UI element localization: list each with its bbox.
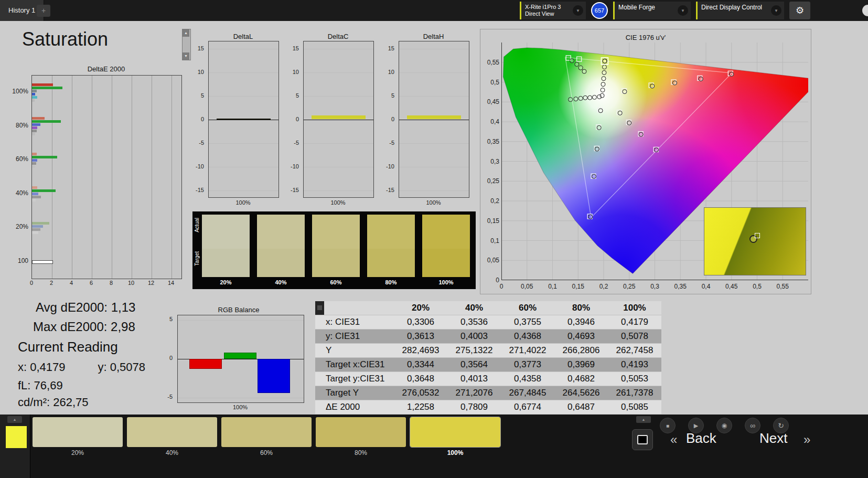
add-tab-button[interactable]: + <box>37 5 50 17</box>
back-button[interactable]: Back <box>686 430 716 447</box>
scroll-down-icon[interactable]: ▼ <box>183 52 189 60</box>
measured-point <box>623 90 627 94</box>
display-window-button[interactable] <box>632 429 653 450</box>
mini-gridline <box>304 72 373 73</box>
deltae-ytick: 20% <box>16 223 28 230</box>
cie-ytick: 0,25 <box>481 177 499 185</box>
cie-ytick: 0,05 <box>481 257 499 264</box>
rgb-bar-green <box>224 353 256 359</box>
record-icon[interactable]: ◉ <box>716 418 732 433</box>
table-cell: 0,5078 <box>608 331 661 342</box>
measured-point <box>570 59 574 63</box>
cie-ytick: 0,3 <box>481 158 499 165</box>
swatch-label: 20% <box>202 279 250 285</box>
patch-60%[interactable] <box>221 417 312 447</box>
mini-ylabels: 151050-5-10-15 <box>380 41 397 197</box>
deltae-bar <box>32 153 37 155</box>
max-de2000: Max dE2000: 2,98 <box>33 320 135 334</box>
table-row-label: ΔE 2000 <box>315 402 394 412</box>
table-header-cell: 80% <box>554 303 608 313</box>
measured-point <box>618 111 622 115</box>
mini-ytick: -10 <box>291 163 299 169</box>
rgb-ytick: 0 <box>169 355 173 361</box>
current-y: y: 0,5078 <box>98 360 146 374</box>
deltae-bar-group <box>32 260 181 264</box>
chevron-down-icon[interactable]: ▼ <box>678 5 688 16</box>
swatch-label: 80% <box>367 279 415 285</box>
current-cdm2: cd/m²: 262,75 <box>18 396 89 409</box>
deltae-gridline <box>172 76 172 279</box>
patch-100%[interactable] <box>410 417 500 447</box>
table-cell: 0,5085 <box>608 402 661 412</box>
rgb-bar-red <box>189 359 222 369</box>
loop-icon[interactable]: ∞ <box>745 418 760 433</box>
avg-de2000: Avg dE2000: 1,13 <box>36 300 135 315</box>
patch-label: 80% <box>316 449 406 456</box>
edge-circle-icon[interactable] <box>862 5 868 16</box>
table-scroll-nub[interactable] <box>315 301 324 315</box>
table-cell: 1,2258 <box>394 402 447 412</box>
table-header-row: 20%40%60%80%100% <box>315 301 661 315</box>
chevron-down-icon[interactable]: ▼ <box>771 5 781 16</box>
mini-ytick: -15 <box>196 187 204 193</box>
table-cell: 0,4013 <box>447 374 501 384</box>
table-cell: 0,4358 <box>501 374 554 384</box>
deltae-bar <box>32 126 37 129</box>
mini-chart-deltac: DeltaC 151050-5-10-15 100% <box>284 33 376 208</box>
mini-ytick: 5 <box>296 92 299 99</box>
cie-xtick: 0,05 <box>518 283 536 290</box>
app-window: History 1 + X-Rite i1Pro 3 Direct View ▼… <box>0 0 868 478</box>
display-control-label: Direct Display Control <box>701 4 762 11</box>
chart-title: DeltaC <box>303 33 373 40</box>
mini-ytick: 0 <box>201 116 204 122</box>
current-patch-swatch[interactable] <box>6 426 27 448</box>
mini-ytick: -5 <box>294 140 299 146</box>
collapse-up-icon[interactable]: ▲ <box>7 416 22 423</box>
patch-40%[interactable] <box>127 417 217 447</box>
cie-ytick: 0,1 <box>481 237 499 245</box>
table-cell: 0,3306 <box>394 317 447 327</box>
meter-dropdown[interactable]: X-Rite i1Pro 3 Direct View ▼ <box>520 2 586 19</box>
gear-icon[interactable]: ⚙ <box>789 2 810 19</box>
back-chevron-icon[interactable]: « <box>670 432 677 447</box>
deltae-gridline <box>52 76 52 279</box>
patch-20%[interactable] <box>33 417 123 447</box>
measured-point <box>583 95 587 100</box>
next-chevron-icon[interactable]: » <box>803 432 810 447</box>
mini-gridline <box>209 120 278 120</box>
table-header-cell: 60% <box>501 303 554 313</box>
deltae-ytick: 80% <box>16 122 28 129</box>
deltae-ytick: 100 <box>18 257 28 264</box>
swatch-label: 100% <box>422 279 470 285</box>
rgb-plot <box>177 315 304 403</box>
mini-plot <box>208 41 279 198</box>
table-cell: 0,7809 <box>447 402 501 412</box>
table-cell: 0,3969 <box>554 359 608 370</box>
patch-80%[interactable] <box>316 417 406 447</box>
stop-icon[interactable]: ■ <box>660 418 676 433</box>
table-row: x: CIE310,33060,35360,37550,39460,4179 <box>315 315 661 329</box>
meter-count-badge[interactable]: 657 <box>591 2 608 19</box>
patch-label: 20% <box>33 449 123 456</box>
bottombar-left-panel: ▲ <box>0 415 30 478</box>
mini-ytick: 10 <box>293 69 299 75</box>
deltae-ytick: 100% <box>12 88 28 95</box>
scroll-up-icon[interactable]: ▲ <box>183 29 189 37</box>
table-cell: 0,6487 <box>554 402 608 412</box>
collapse-up-icon-right[interactable]: ▲ <box>636 416 651 423</box>
mini-ylabels: 151050-5-10-15 <box>284 41 301 197</box>
deltae-gridline <box>112 76 112 279</box>
deltae-bar <box>32 222 49 225</box>
cie-xtick: 0,55 <box>774 283 791 290</box>
next-button[interactable]: Next <box>759 430 787 447</box>
mini-ytick: 0 <box>296 116 299 122</box>
measured-point <box>575 62 579 67</box>
display-control-dropdown[interactable]: Direct Display Control ▼ <box>696 2 784 19</box>
table-row-label: y: CIE31 <box>315 331 394 342</box>
chevron-down-icon[interactable]: ▼ <box>573 5 583 16</box>
mini-value-bar <box>217 119 271 120</box>
table-cell: 0,4693 <box>554 331 608 342</box>
deltae-bar-group <box>32 117 181 136</box>
mini-gridline <box>304 167 373 167</box>
source-dropdown[interactable]: Mobile Forge ▼ <box>613 2 691 19</box>
